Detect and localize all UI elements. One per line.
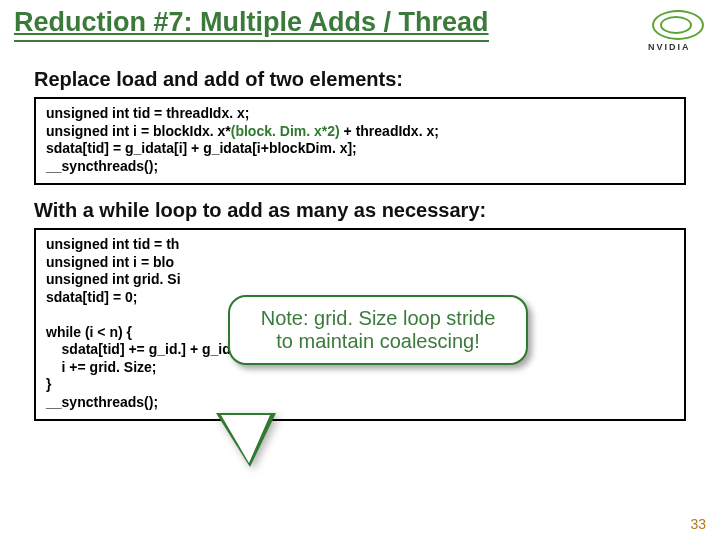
code-line: unsigned int tid = threadIdx. x; (46, 105, 249, 121)
code-line: + threadIdx. x; (340, 123, 439, 139)
code-line: sdata[tid] += g_id (46, 341, 177, 357)
code-highlight: (block. Dim. x*2) (231, 123, 340, 139)
nvidia-logo-text: NVIDIA (648, 42, 691, 52)
nvidia-logo: NVIDIA (648, 8, 706, 52)
code-line: } (46, 376, 51, 392)
slide-title: Reduction #7: Multiple Adds / Thread (14, 8, 489, 42)
nvidia-eye-icon (652, 10, 704, 40)
code-line: unsigned int grid. Si (46, 271, 181, 287)
subheading-replace: Replace load and add of two elements: (34, 68, 686, 91)
page-number: 33 (690, 516, 706, 532)
code-line: sdata[tid] = g_idata[i] + g_idata[i+bloc… (46, 140, 357, 156)
code-line: i += grid. Size; (46, 359, 156, 375)
code-line: unsigned int tid = th (46, 236, 179, 252)
callout-line2: to maintain coalescing! (276, 330, 479, 352)
code-box-original: unsigned int tid = threadIdx. x; unsigne… (34, 97, 686, 185)
code-line: while (i < n) { (46, 324, 132, 340)
code-line: __syncthreads(); (46, 158, 158, 174)
subheading-while: With a while loop to add as many as nece… (34, 199, 686, 222)
callout-note: Note: grid. Size loop stride to maintain… (228, 295, 528, 365)
code-line: unsigned int i = blo (46, 254, 174, 270)
code-line: sdata[tid] = 0; (46, 289, 137, 305)
code-line: __syncthreads(); (46, 394, 158, 410)
code-line: unsigned int i = blockIdx. x* (46, 123, 231, 139)
callout-line1: Note: grid. Size loop stride (261, 307, 496, 329)
